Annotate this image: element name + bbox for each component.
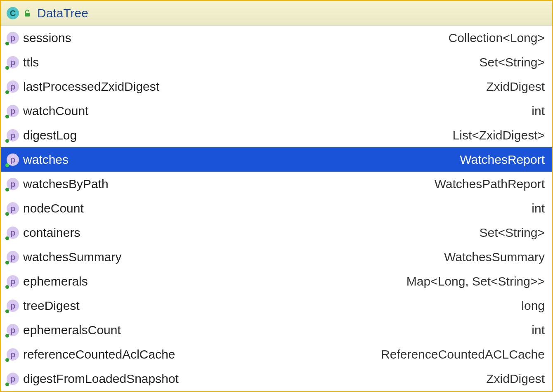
modifier-dot-icon	[5, 236, 9, 240]
property-row[interactable]: pwatchesByPathWatchesPathReport	[1, 172, 552, 196]
property-name: containers	[23, 226, 475, 240]
property-name: lastProcessedZxidDigest	[23, 80, 482, 94]
modifier-dot-icon	[5, 383, 9, 386]
property-row[interactable]: pwatchesSummaryWatchesSummary	[1, 245, 552, 269]
property-row[interactable]: pwatchCountint	[1, 99, 552, 123]
modifier-dot-icon	[5, 115, 9, 118]
property-row[interactable]: pdigestFromLoadedSnapshotZxidDigest	[1, 366, 552, 391]
modifier-dot-icon	[5, 42, 9, 45]
property-row[interactable]: preferenceCountedAclCacheReferenceCounte…	[1, 342, 552, 366]
property-icon: p	[7, 373, 19, 385]
property-icon: p	[7, 300, 19, 312]
modifier-dot-icon	[5, 334, 9, 338]
property-icon: p	[7, 80, 19, 93]
property-type: int	[532, 104, 545, 118]
modifier-dot-icon	[5, 188, 9, 191]
property-name: referenceCountedAclCache	[23, 347, 377, 361]
structure-panel: C DataTree psessionsCollection<Long>pttl…	[0, 0, 553, 392]
modifier-dot-icon	[5, 261, 9, 264]
property-row[interactable]: pwatchesWatchesReport	[1, 147, 552, 172]
property-row[interactable]: pttlsSet<String>	[1, 50, 552, 74]
property-type: int	[532, 323, 545, 337]
property-name: ephemeralsCount	[23, 323, 527, 337]
property-type: ZxidDigest	[486, 80, 545, 94]
property-type: Map<Long, Set<String>>	[406, 274, 545, 288]
modifier-dot-icon	[5, 285, 9, 289]
property-name: ephemerals	[23, 274, 402, 288]
property-icon: p	[7, 105, 19, 117]
property-type: Collection<Long>	[448, 31, 545, 45]
property-row[interactable]: pcontainersSet<String>	[1, 220, 552, 245]
property-icon: p	[7, 129, 19, 142]
property-type: List<ZxidDigest>	[453, 128, 545, 142]
property-type: long	[521, 299, 545, 313]
property-row[interactable]: plastProcessedZxidDigestZxidDigest	[1, 74, 552, 99]
property-row[interactable]: ptreeDigestlong	[1, 293, 552, 318]
property-row[interactable]: pephemeralsCountint	[1, 318, 552, 342]
property-icon: p	[7, 32, 19, 44]
property-name: watches	[23, 153, 456, 167]
property-type: ReferenceCountedACLCache	[381, 347, 545, 361]
property-icon: p	[7, 251, 19, 263]
property-name: digestLog	[23, 128, 449, 142]
modifier-dot-icon	[5, 309, 9, 313]
property-name: ttls	[23, 55, 475, 69]
class-name: DataTree	[37, 6, 88, 20]
property-type: ZxidDigest	[486, 372, 545, 386]
property-name: watchesByPath	[23, 177, 430, 191]
class-icon: C	[7, 7, 19, 19]
property-icon: p	[7, 56, 19, 68]
modifier-dot-icon	[5, 358, 9, 362]
modifier-dot-icon	[5, 66, 9, 70]
property-icon: p	[7, 348, 19, 361]
property-type: WatchesPathReport	[435, 177, 545, 191]
property-type: int	[532, 201, 545, 215]
property-icon: p	[7, 324, 19, 336]
modifier-dot-icon	[5, 212, 9, 216]
svg-rect-0	[25, 13, 30, 17]
property-type: Set<String>	[480, 226, 545, 240]
property-name: treeDigest	[23, 299, 517, 313]
modifier-dot-icon	[5, 163, 9, 167]
property-icon: p	[7, 227, 19, 239]
property-type: Set<String>	[480, 55, 545, 69]
property-name: watchesSummary	[23, 250, 440, 264]
class-header[interactable]: C DataTree	[1, 1, 552, 26]
property-row[interactable]: pdigestLogList<ZxidDigest>	[1, 123, 552, 147]
property-row[interactable]: psessionsCollection<Long>	[1, 26, 552, 50]
public-visibility-icon	[23, 9, 31, 17]
modifier-dot-icon	[5, 90, 9, 94]
property-type: WatchesReport	[460, 153, 545, 167]
property-icon: p	[7, 178, 19, 190]
property-name: watchCount	[23, 104, 527, 118]
property-icon: p	[7, 275, 19, 288]
property-name: sessions	[23, 31, 444, 45]
property-row[interactable]: pnodeCountint	[1, 196, 552, 220]
property-name: nodeCount	[23, 201, 527, 215]
property-name: digestFromLoadedSnapshot	[23, 372, 482, 386]
property-row[interactable]: pephemeralsMap<Long, Set<String>>	[1, 269, 552, 293]
property-icon: p	[7, 202, 19, 215]
property-icon: p	[7, 153, 19, 166]
property-list[interactable]: psessionsCollection<Long>pttlsSet<String…	[1, 26, 552, 391]
modifier-dot-icon	[5, 139, 9, 143]
property-type: WatchesSummary	[444, 250, 545, 264]
